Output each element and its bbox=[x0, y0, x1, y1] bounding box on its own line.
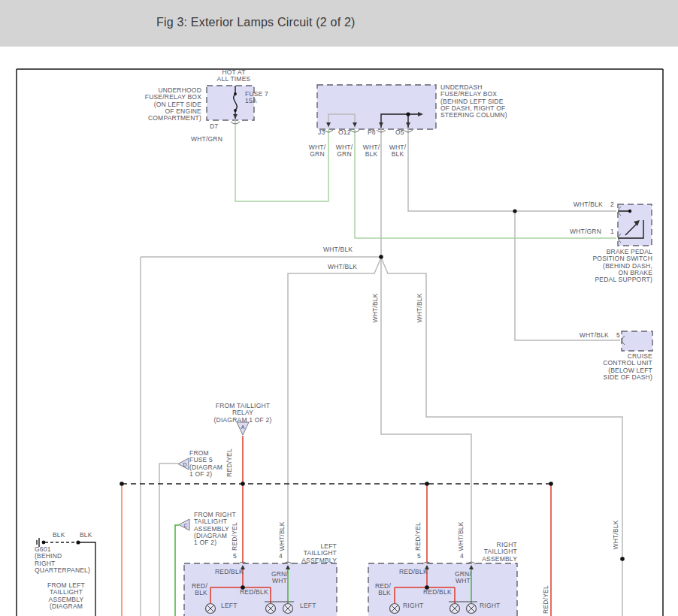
left-bulb1-label: LEFT bbox=[221, 602, 238, 609]
wire-label-redyel-a: RED/YEL bbox=[225, 448, 233, 477]
wire-label-blk-1: BLK bbox=[53, 532, 65, 539]
wire-label-left-redyel: RED/YEL bbox=[231, 522, 238, 551]
right-pin5-label: 5 bbox=[417, 553, 421, 560]
junction-dots bbox=[42, 92, 632, 590]
wire-label-whtgrn-o12: WHT/ GRN bbox=[332, 144, 356, 159]
ground-g601-label: G601 (BEHIND RIGHT QUARTERPANEL) bbox=[35, 546, 90, 574]
left-pin5-label: 5 bbox=[233, 553, 237, 560]
left-inner-redblk-mid: RED/BLK bbox=[240, 589, 268, 596]
from-fuse5-label: FROM FUSE 5 (DIAGRAM 1 OF 2) bbox=[189, 450, 222, 478]
left-inner-grnwht: GRN/ WHT bbox=[270, 571, 289, 585]
connector-arcs bbox=[231, 122, 625, 564]
wiring-svg: A D C bbox=[0, 0, 678, 616]
wire-label-brake-whtgrn: WHT/GRN bbox=[568, 228, 601, 235]
right-inner-grnwht: GRN/ WHT bbox=[453, 571, 473, 585]
wire-label-whtblk-o5: WHT/ BLK bbox=[386, 144, 410, 159]
wire-label-far-right-whtblk: WHT/BLK bbox=[612, 520, 619, 549]
wire-label-left-whtblk: WHT/BLK bbox=[278, 521, 286, 551]
wire-whtblk-o5-brake bbox=[408, 129, 616, 211]
wire-label-brake-whtblk: WHT/BLK bbox=[570, 201, 603, 208]
left-assembly-label: LEFT TAILLIGHT ASSEMBLY bbox=[299, 543, 337, 564]
right-bulb1-label: RIGHT bbox=[403, 602, 423, 609]
wire-label-cruise-whtblk: WHT/BLK bbox=[576, 332, 609, 339]
from-right-taillight-label: FROM RIGHT TAILLIGHT ASSEMBLY (DIAGRAM 1… bbox=[194, 512, 236, 547]
pin-p8-label: P8 bbox=[368, 129, 376, 136]
left-inner-redblk-top: RED/BLK bbox=[215, 569, 244, 575]
connector-a-letter: A bbox=[241, 424, 245, 430]
left-pin4-label: 4 bbox=[279, 553, 283, 560]
brake-pin1-label: 1 bbox=[610, 228, 614, 235]
wire-label-whtgrn-d7: WHT/GRN bbox=[188, 136, 222, 143]
underdash-fuse-box bbox=[317, 85, 436, 129]
right-bulb2-label: RIGHT bbox=[480, 602, 500, 609]
wire-whtblk-to-left-pin4 bbox=[288, 258, 381, 563]
brake-switch-label: BRAKE PEDAL POSITION SWITCH (BEHIND DASH… bbox=[571, 249, 652, 284]
pin-o5-label: O5 bbox=[395, 129, 404, 136]
wire-label-right-redyel: RED/YEL bbox=[414, 522, 422, 551]
wire-label-junction-v2: WHT/BLK bbox=[416, 293, 423, 322]
from-taillight-relay-label: FROM TAILLIGHT RELAY (DIAGRAM 1 OF 2) bbox=[206, 403, 280, 424]
hot-at-all-times-label: HOT AT ALL TIMES bbox=[203, 69, 265, 83]
cruise-control-box bbox=[622, 331, 652, 351]
underhood-box-label: UNDERHOOD FUSE/RELAY BOX (ON LEFT SIDE O… bbox=[137, 87, 201, 122]
pin-o12-label: O12 bbox=[338, 129, 351, 136]
right-inner-redblk-left: RED/ BLK bbox=[373, 583, 391, 597]
right-pin4-label: 4 bbox=[460, 553, 464, 560]
cruise-pin5-label: 5 bbox=[616, 332, 620, 339]
wire-label-junction-v1: WHT/BLK bbox=[371, 293, 379, 322]
brake-pedal-switch-box bbox=[618, 204, 652, 246]
right-inner-redblk-mid: RED/BLK bbox=[423, 589, 452, 596]
cruise-unit-label: CRUISE CONTROL UNIT (BELOW LEFT SIDE OF … bbox=[574, 353, 652, 381]
left-bulb2-label: LEFT bbox=[300, 602, 316, 609]
underdash-box-label: UNDERDASH FUSE/RELAY BOX (BEHIND LEFT SI… bbox=[440, 84, 516, 119]
right-assembly-label: RIGHT TAILLIGHT ASSEMBLY bbox=[480, 542, 517, 563]
wire-label-blk-2: BLK bbox=[80, 532, 92, 539]
from-left-taillight-label: FROM LEFT TAILLIGHT ASSEMBLY (DIAGRAM bbox=[44, 582, 89, 610]
wiring-diagram-page: Fig 3: Exterior Lamps Circuit (2 of 2) bbox=[0, 0, 678, 616]
wire-label-whtblk-p8: WHT/ BLK bbox=[359, 144, 383, 159]
left-inner-redblk-left: RED/ BLK bbox=[189, 583, 207, 597]
pin-j3-label: J3 bbox=[318, 129, 325, 136]
wire-grn-connector-c bbox=[175, 525, 179, 616]
wire-whtgrn-d7-j3 bbox=[235, 120, 328, 201]
wire-label-junction-h2: WHT/BLK bbox=[328, 264, 357, 270]
wire-label-bottom-right-redyel: RED/YEL bbox=[542, 585, 549, 614]
wire-label-whtgrn-j3: WHT/ GRN bbox=[305, 144, 329, 159]
fuse7-label: FUSE 7 15A bbox=[245, 91, 268, 105]
right-inner-redblk-top: RED/BLK bbox=[399, 569, 428, 575]
wire-label-junction-h1: WHT/BLK bbox=[323, 246, 353, 253]
pin-d7-label: D7 bbox=[210, 123, 218, 130]
brake-pin2-label: 2 bbox=[610, 201, 614, 208]
connector-c-letter: C bbox=[183, 523, 187, 528]
connector-d-letter: D bbox=[183, 462, 186, 467]
wire-label-right-whtblk: WHT/BLK bbox=[457, 521, 465, 551]
